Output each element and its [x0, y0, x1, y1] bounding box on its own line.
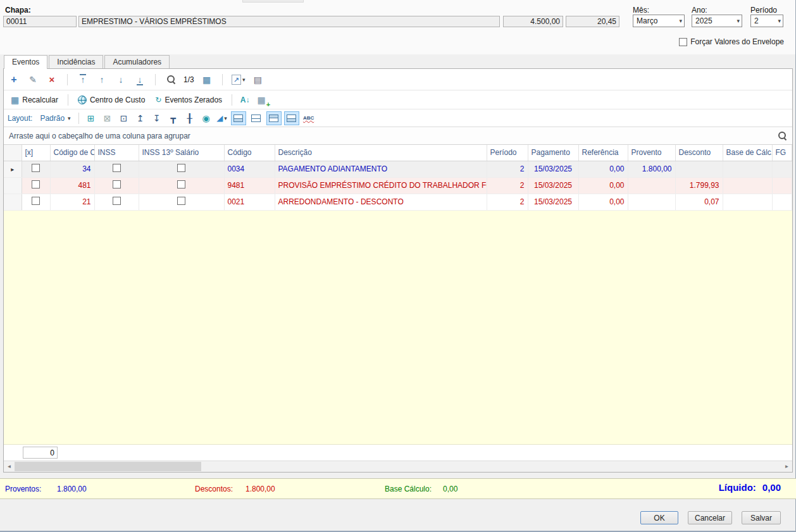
column-header-pagamento[interactable]: Pagamento [528, 145, 578, 161]
collapse-groups-button[interactable]: ⊠ [101, 111, 115, 125]
cell-referencia: 0,00 [578, 177, 628, 194]
checkbox-unchecked[interactable] [32, 164, 40, 172]
cell-inss-checkbox[interactable] [94, 161, 139, 177]
column-header-provento[interactable]: Provento [628, 145, 675, 161]
view-toggle-footer-bottom[interactable] [284, 111, 299, 125]
cell-x-checkbox[interactable] [22, 161, 50, 177]
grid-row[interactable]: 481 9481 PROVISÃO EMPRÉSTIMO CRÉDITO DO … [4, 177, 792, 194]
column-header-codigo[interactable]: Código [224, 145, 275, 161]
forcar-valores-label: Forçar Valores do Envelope [690, 37, 784, 46]
horizontal-scrollbar[interactable]: ◄ ► [4, 461, 792, 472]
spellcheck-button[interactable]: ABC [302, 111, 316, 125]
export-button[interactable]: ↗ ▾ [232, 73, 246, 87]
ano-selected-value: 2025 [695, 16, 712, 25]
footer-count-field[interactable] [23, 447, 58, 459]
rate-field[interactable] [566, 16, 619, 27]
cell-inss13-checkbox[interactable] [139, 194, 224, 210]
layout-preset-dropdown[interactable]: Padrão ▾ [37, 113, 73, 124]
cell-x-checkbox[interactable] [22, 177, 50, 194]
eventos-zerados-button[interactable]: ↻ Eventos Zerados [152, 94, 225, 106]
grid-view-button[interactable]: ▦ [201, 73, 213, 87]
view-toggle-preview-bottom[interactable] [231, 111, 246, 125]
checkbox-unchecked[interactable] [177, 164, 185, 172]
view-toggle-split-horizontal[interactable] [249, 111, 264, 125]
scroll-left-button[interactable]: ◄ [4, 461, 15, 472]
scroll-right-button[interactable]: ► [781, 461, 792, 472]
add-to-table-button[interactable]: ▦ [255, 93, 268, 107]
tab-eventos[interactable]: Eventos [4, 55, 47, 69]
eventos-zerados-label: Eventos Zerados [165, 96, 222, 104]
checkbox-unchecked[interactable] [113, 180, 121, 189]
group-by-bar[interactable]: Arraste aqui o cabeçalho de uma coluna p… [4, 127, 792, 145]
ok-button[interactable]: OK [640, 511, 678, 524]
checkbox-unchecked[interactable] [32, 180, 40, 189]
column-header-referencia[interactable]: Referência [578, 145, 628, 161]
column-header-fg[interactable]: FG [772, 145, 792, 161]
column-header-x[interactable]: [x] [22, 145, 50, 161]
scrollbar-track[interactable] [201, 461, 781, 472]
cell-provento [628, 194, 675, 210]
delete-button[interactable]: × [46, 73, 58, 87]
move-row-up-button[interactable]: ↥ [134, 111, 147, 125]
search-icon[interactable] [778, 131, 787, 140]
cell-inss-checkbox[interactable] [94, 177, 139, 194]
expand-groups-button[interactable]: ⊞ [84, 111, 98, 125]
report-button[interactable]: ▤ [251, 73, 264, 87]
ano-select[interactable]: 2025 ▾ [692, 15, 742, 27]
sort-az-button[interactable]: A↓ [239, 93, 251, 107]
column-header-inss-13[interactable]: INSS 13º Salário [139, 145, 224, 161]
cancelar-button[interactable]: Cancelar [688, 511, 732, 524]
checkbox-unchecked[interactable] [177, 180, 185, 189]
sphere-button[interactable]: ◉ [199, 111, 213, 125]
add-button[interactable]: + [8, 73, 20, 87]
last-record-button[interactable]: ↓ [134, 73, 146, 87]
periodo-select[interactable]: 2 ▾ [750, 15, 783, 27]
tab-acumuladores[interactable]: Acumuladores [104, 55, 170, 68]
column-header-periodo[interactable]: Período [487, 145, 528, 161]
checkbox-unchecked[interactable] [32, 197, 40, 205]
cell-inss13-checkbox[interactable] [139, 177, 224, 194]
column-header-descricao[interactable]: Descrição [275, 145, 487, 161]
scrollbar-thumb[interactable] [15, 462, 201, 471]
checkbox-unchecked[interactable] [113, 164, 121, 172]
tab-incidencias[interactable]: Incidências [49, 55, 103, 68]
recalcular-button[interactable]: ▦ Recalcular [8, 94, 61, 106]
liquido-total: Líquido: 0,00 [719, 482, 781, 493]
pin-column-button[interactable]: ┳ [166, 111, 180, 125]
base-calculo-label: Base Cálculo: [385, 485, 432, 493]
previous-record-button[interactable]: ↑ [96, 73, 108, 87]
chapa-field[interactable] [3, 16, 77, 27]
freeze-panes-button[interactable]: ╂ [183, 111, 197, 125]
employee-name-field[interactable] [78, 16, 500, 27]
chart-type-dropdown[interactable]: ◢ ▾ [216, 111, 228, 125]
checkbox-unchecked[interactable] [177, 197, 185, 205]
column-header-inss[interactable]: INSS [94, 145, 139, 161]
first-record-button[interactable]: ↑ [77, 73, 89, 87]
checkbox-unchecked[interactable] [113, 197, 121, 205]
salary-field[interactable] [503, 16, 563, 27]
forcar-valores-checkbox[interactable] [679, 38, 687, 46]
cell-inss-checkbox[interactable] [94, 194, 139, 210]
grid-row[interactable]: ▸ 34 0034 PAGAMENTO ADIANTAMENTO 2 15/03… [4, 161, 792, 177]
salvar-button[interactable]: Salvar [742, 511, 781, 524]
view-toggle-header-top[interactable] [266, 111, 282, 125]
cell-desconto: 0,07 [675, 194, 723, 210]
zoom-search-button[interactable] [165, 73, 177, 87]
toolbar-separator [232, 94, 232, 106]
cell-x-checkbox[interactable] [22, 194, 50, 210]
grid-row[interactable]: 21 0021 ARREDONDAMENTO - DESCONTO 2 15/0… [4, 194, 792, 210]
cell-codigo-calculo: 34 [50, 161, 94, 177]
next-record-button[interactable]: ↓ [115, 73, 127, 87]
edit-button[interactable]: ✎ [27, 73, 39, 87]
cell-desconto: 1.799,93 [675, 177, 723, 194]
column-header-desconto[interactable]: Desconto [675, 145, 723, 161]
column-header-codigo-calculo[interactable]: Código de C... [50, 145, 94, 161]
cell-inss13-checkbox[interactable] [139, 161, 224, 177]
move-row-down-button[interactable]: ↧ [150, 111, 164, 125]
forcar-valores-checkbox-row: Forçar Valores do Envelope [679, 37, 784, 46]
mes-select[interactable]: Março ▾ [633, 15, 685, 27]
column-header-base-calculo[interactable]: Base de Cálc... [723, 145, 772, 161]
liquido-label: Líquido: [719, 482, 756, 493]
best-fit-button[interactable]: ⊡ [117, 111, 131, 125]
centro-de-custo-button[interactable]: Centro de Custo [75, 94, 148, 106]
